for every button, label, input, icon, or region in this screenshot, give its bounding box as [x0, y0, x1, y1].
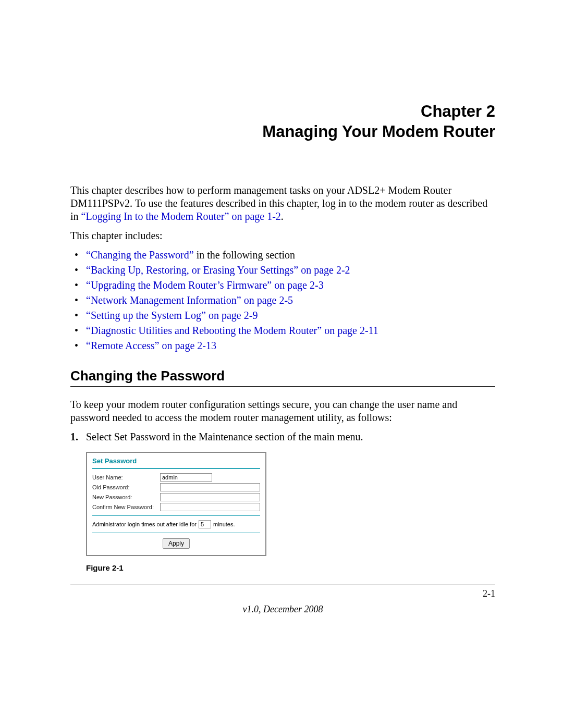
username-input[interactable] [160, 473, 212, 482]
step-item: 1. Select Set Password in the Maintenanc… [70, 430, 495, 443]
figure-caption: Figure 2-1 [86, 563, 495, 572]
list-item-tail: in the following section [194, 249, 295, 261]
step-number: 1. [70, 430, 78, 443]
footer-row: 2-1 [70, 588, 495, 600]
step-text: Select Set Password in the Maintenance s… [86, 431, 363, 442]
includes-label: This chapter includes: [70, 229, 495, 242]
list-item: “Network Management Information” on page… [70, 294, 495, 307]
idle-minutes-input[interactable] [199, 520, 211, 528]
section-rule [70, 386, 495, 387]
section-intro: To keep your modem router configuration … [70, 398, 495, 424]
chapter-contents-list: “Changing the Password” in the following… [70, 249, 495, 352]
confirm-password-label: Confirm New Password: [92, 504, 160, 510]
figure: Set Password User Name: Old Password: Ne… [86, 452, 495, 556]
changing-password-link[interactable]: “Changing the Password” [86, 249, 194, 261]
chapter-title: Chapter 2 Managing Your Modem Router [70, 102, 495, 142]
footer-rule [70, 585, 495, 585]
list-item: “Diagnostic Utilities and Rebooting the … [70, 324, 495, 337]
chapter-name: Managing Your Modem Router [262, 122, 495, 141]
steps-list: 1. Select Set Password in the Maintenanc… [70, 430, 495, 443]
set-password-panel: Set Password User Name: Old Password: Ne… [86, 452, 266, 556]
old-password-input[interactable] [160, 483, 260, 491]
list-item: “Upgrading the Modem Router’s Firmware” … [70, 279, 495, 292]
new-password-input[interactable] [160, 493, 260, 501]
list-item: “Setting up the System Log” on page 2-9 [70, 309, 495, 322]
confirm-password-input[interactable] [160, 503, 260, 511]
apply-button[interactable]: Apply [163, 538, 190, 549]
chapter-number: Chapter 2 [421, 102, 495, 120]
intro-paragraph: This chapter describes how to perform ma… [70, 184, 495, 223]
remote-access-link[interactable]: “Remote Access” on page 2-13 [86, 340, 216, 351]
old-password-label: Old Password: [92, 484, 160, 490]
login-link[interactable]: “Logging In to the Modem Router” on page… [81, 211, 281, 222]
list-item: “Remote Access” on page 2-13 [70, 339, 495, 352]
upgrade-firmware-link[interactable]: “Upgrading the Modem Router’s Firmware” … [86, 279, 324, 291]
page-number: 2-1 [483, 588, 495, 599]
new-password-label: New Password: [92, 494, 160, 500]
idle-text-after: minutes. [213, 521, 235, 527]
panel-title: Set Password [92, 457, 260, 465]
idle-text-before: Administrator login times out after idle… [92, 521, 197, 527]
version-text: v1.0, December 2008 [70, 604, 495, 615]
panel-divider-thin-2 [92, 533, 260, 533]
system-log-link[interactable]: “Setting up the System Log” on page 2-9 [86, 310, 258, 321]
username-label: User Name: [92, 474, 160, 480]
network-mgmt-link[interactable]: “Network Management Information” on page… [86, 294, 293, 306]
list-item: “Changing the Password” in the following… [70, 249, 495, 262]
section-heading: Changing the Password [70, 368, 495, 384]
list-item: “Backing Up, Restoring, or Erasing Your … [70, 264, 495, 277]
intro-text-after: . [281, 211, 284, 222]
diagnostic-link[interactable]: “Diagnostic Utilities and Rebooting the … [86, 325, 378, 336]
panel-divider-thin [92, 515, 260, 516]
backup-restore-link[interactable]: “Backing Up, Restoring, or Erasing Your … [86, 264, 350, 276]
panel-divider [92, 468, 260, 469]
